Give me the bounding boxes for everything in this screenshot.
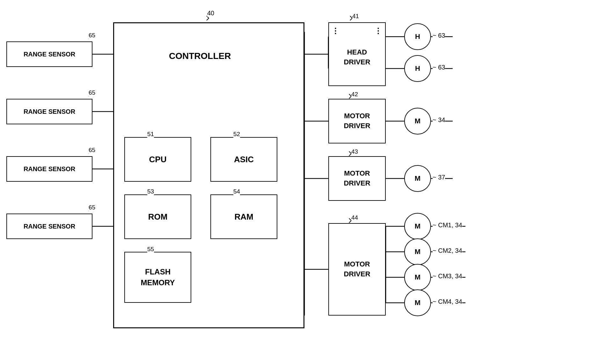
ref-43: 43 [351, 148, 358, 155]
ref-40: 40 [207, 10, 214, 17]
ref-65-2: 65 [89, 89, 95, 96]
ref-cm3: ~ CM3, 34 [433, 273, 462, 280]
circle-m-cm4: M [404, 289, 431, 316]
ref-65-1: 65 [89, 32, 95, 39]
range-sensor-4: RANGE SENSOR [6, 214, 92, 239]
ref-54: 54 [233, 188, 240, 195]
controller-label: CONTROLLER [169, 51, 231, 61]
ref-65-3: 65 [89, 147, 95, 154]
range-sensor-3: RANGE SENSOR [6, 156, 92, 182]
ref-cm4: ~ CM4, 34 [433, 298, 462, 305]
circle-h2: H [404, 55, 431, 82]
ref-63-2: ~ 63 [433, 64, 445, 71]
circle-m-cm2: M [404, 238, 431, 265]
circle-h1: H [404, 23, 431, 50]
flash-box: FLASH MEMORY [124, 252, 191, 303]
range-sensor-1: RANGE SENSOR [6, 41, 92, 67]
circle-m-cm3: M [404, 264, 431, 291]
ref-cm1: ~ CM1, 34 [433, 222, 462, 229]
cpu-box: CPU [124, 137, 191, 182]
ref-44: 44 [351, 214, 358, 221]
ref-41: 41 [352, 13, 359, 20]
circle-m42: M [404, 108, 431, 135]
ref-34-42: ~ 34 [433, 116, 445, 124]
range-sensor-2: RANGE SENSOR [6, 99, 92, 124]
ref-52: 52 [233, 131, 240, 138]
motor-driver-44-box: MOTOR DRIVER [328, 223, 386, 316]
circle-m-cm1: M [404, 213, 431, 240]
ref-37-43: ~ 37 [433, 174, 445, 181]
ref-cm2: ~ CM2, 34 [433, 247, 462, 254]
asic-box: ASIC [210, 137, 277, 182]
ref-53: 53 [147, 188, 154, 195]
circle-m43: M [404, 165, 431, 192]
ref-51: 51 [147, 131, 154, 138]
ref-42: 42 [351, 91, 358, 98]
ref-65-4: 65 [89, 204, 95, 211]
ram-box: RAM [210, 194, 277, 239]
motor-driver-43-box: MOTOR DRIVER [328, 156, 386, 201]
diagram: CONTROLLER 40 CPU 51 ASIC 52 ROM 53 RAM … [0, 0, 606, 364]
rom-box: ROM [124, 194, 191, 239]
ref-55: 55 [147, 246, 154, 253]
motor-driver-42-box: MOTOR DRIVER [328, 99, 386, 143]
head-driver-box: ⋮ ⋮ HEAD DRIVER [328, 22, 386, 86]
ref-63-1: ~ 63 [433, 32, 445, 39]
